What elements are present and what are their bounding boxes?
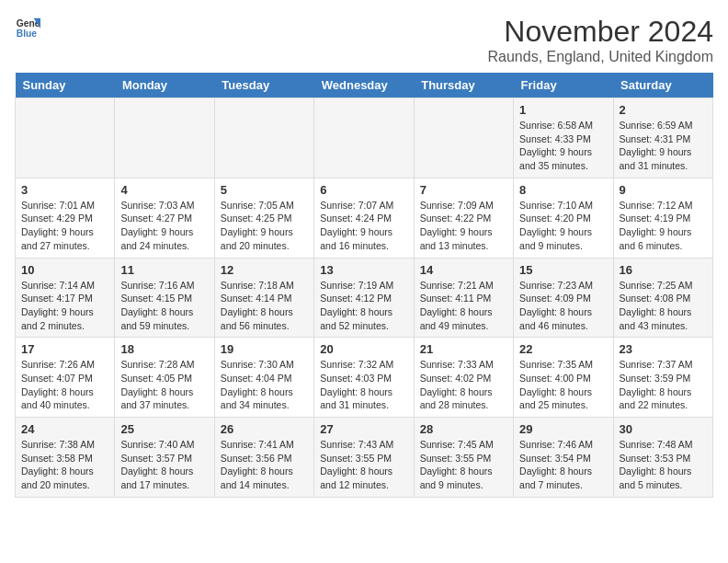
calendar-cell: 9Sunrise: 7:12 AM Sunset: 4:19 PM Daylig… — [613, 178, 712, 258]
day-number: 16 — [620, 263, 707, 277]
calendar-cell — [115, 98, 214, 178]
logo: General Blue — [15, 15, 40, 40]
day-number: 11 — [120, 263, 208, 277]
day-info: Sunrise: 7:41 AM Sunset: 3:56 PM Dayligh… — [221, 438, 308, 492]
day-number: 8 — [519, 183, 607, 197]
calendar-cell: 26Sunrise: 7:41 AM Sunset: 3:56 PM Dayli… — [214, 418, 313, 498]
calendar-cell: 11Sunrise: 7:16 AM Sunset: 4:15 PM Dayli… — [115, 258, 214, 338]
day-info: Sunrise: 7:09 AM Sunset: 4:22 PM Dayligh… — [420, 199, 507, 253]
calendar-cell — [414, 98, 513, 178]
calendar-cell: 18Sunrise: 7:28 AM Sunset: 4:05 PM Dayli… — [115, 338, 214, 418]
day-number: 24 — [21, 422, 108, 436]
day-number: 13 — [320, 263, 407, 277]
day-number: 28 — [420, 422, 507, 436]
day-info: Sunrise: 7:21 AM Sunset: 4:11 PM Dayligh… — [420, 279, 507, 333]
day-info: Sunrise: 7:30 AM Sunset: 4:04 PM Dayligh… — [221, 358, 308, 412]
day-info: Sunrise: 7:12 AM Sunset: 4:19 PM Dayligh… — [620, 199, 707, 253]
calendar-cell: 29Sunrise: 7:46 AM Sunset: 3:54 PM Dayli… — [514, 418, 613, 498]
day-number: 1 — [519, 103, 607, 117]
day-info: Sunrise: 6:58 AM Sunset: 4:33 PM Dayligh… — [519, 119, 607, 173]
weekday-header: Thursday — [414, 73, 513, 98]
day-info: Sunrise: 7:19 AM Sunset: 4:12 PM Dayligh… — [320, 279, 407, 333]
day-number: 21 — [420, 342, 507, 356]
day-number: 17 — [21, 342, 108, 356]
day-info: Sunrise: 7:45 AM Sunset: 3:55 PM Dayligh… — [420, 438, 507, 492]
day-info: Sunrise: 7:16 AM Sunset: 4:15 PM Dayligh… — [120, 279, 208, 333]
day-info: Sunrise: 7:40 AM Sunset: 3:57 PM Dayligh… — [120, 438, 208, 492]
day-info: Sunrise: 7:28 AM Sunset: 4:05 PM Dayligh… — [120, 358, 208, 412]
calendar-cell: 5Sunrise: 7:05 AM Sunset: 4:25 PM Daylig… — [214, 178, 313, 258]
calendar-cell: 27Sunrise: 7:43 AM Sunset: 3:55 PM Dayli… — [314, 418, 414, 498]
calendar-cell: 15Sunrise: 7:23 AM Sunset: 4:09 PM Dayli… — [514, 258, 613, 338]
calendar-week-row: 17Sunrise: 7:26 AM Sunset: 4:07 PM Dayli… — [16, 338, 713, 418]
calendar-cell: 23Sunrise: 7:37 AM Sunset: 3:59 PM Dayli… — [613, 338, 712, 418]
day-number: 15 — [519, 263, 607, 277]
calendar-week-row: 1Sunrise: 6:58 AM Sunset: 4:33 PM Daylig… — [16, 98, 713, 178]
day-number: 5 — [221, 183, 308, 197]
day-number: 3 — [21, 183, 108, 197]
weekday-header: Saturday — [613, 73, 712, 98]
calendar-cell: 14Sunrise: 7:21 AM Sunset: 4:11 PM Dayli… — [414, 258, 513, 338]
calendar-cell: 24Sunrise: 7:38 AM Sunset: 3:58 PM Dayli… — [16, 418, 115, 498]
logo-icon: General Blue — [15, 15, 40, 40]
day-number: 18 — [120, 342, 208, 356]
calendar-cell — [314, 98, 414, 178]
calendar-cell — [16, 98, 115, 178]
day-number: 20 — [320, 342, 407, 356]
day-info: Sunrise: 7:01 AM Sunset: 4:29 PM Dayligh… — [21, 199, 108, 253]
calendar-cell — [214, 98, 313, 178]
calendar-cell: 1Sunrise: 6:58 AM Sunset: 4:33 PM Daylig… — [514, 98, 613, 178]
calendar-cell: 17Sunrise: 7:26 AM Sunset: 4:07 PM Dayli… — [16, 338, 115, 418]
day-number: 26 — [221, 422, 308, 436]
month-title: November 2024 — [488, 15, 714, 49]
calendar-cell: 19Sunrise: 7:30 AM Sunset: 4:04 PM Dayli… — [214, 338, 313, 418]
weekday-header: Sunday — [16, 73, 115, 98]
day-info: Sunrise: 7:38 AM Sunset: 3:58 PM Dayligh… — [21, 438, 108, 492]
day-info: Sunrise: 7:46 AM Sunset: 3:54 PM Dayligh… — [519, 438, 607, 492]
calendar-cell: 20Sunrise: 7:32 AM Sunset: 4:03 PM Dayli… — [314, 338, 414, 418]
day-number: 4 — [120, 183, 208, 197]
day-info: Sunrise: 7:32 AM Sunset: 4:03 PM Dayligh… — [320, 358, 407, 412]
day-info: Sunrise: 7:25 AM Sunset: 4:08 PM Dayligh… — [620, 279, 707, 333]
day-info: Sunrise: 7:43 AM Sunset: 3:55 PM Dayligh… — [320, 438, 407, 492]
calendar-cell: 28Sunrise: 7:45 AM Sunset: 3:55 PM Dayli… — [414, 418, 513, 498]
weekday-header: Tuesday — [214, 73, 313, 98]
calendar-cell: 30Sunrise: 7:48 AM Sunset: 3:53 PM Dayli… — [613, 418, 712, 498]
day-info: Sunrise: 7:07 AM Sunset: 4:24 PM Dayligh… — [320, 199, 407, 253]
weekday-header-row: SundayMondayTuesdayWednesdayThursdayFrid… — [16, 73, 713, 98]
calendar-cell: 2Sunrise: 6:59 AM Sunset: 4:31 PM Daylig… — [613, 98, 712, 178]
day-number: 7 — [420, 183, 507, 197]
calendar-cell: 10Sunrise: 7:14 AM Sunset: 4:17 PM Dayli… — [16, 258, 115, 338]
day-info: Sunrise: 7:26 AM Sunset: 4:07 PM Dayligh… — [21, 358, 108, 412]
title-area: November 2024 Raunds, England, United Ki… — [488, 15, 714, 65]
calendar-cell: 22Sunrise: 7:35 AM Sunset: 4:00 PM Dayli… — [514, 338, 613, 418]
calendar-cell: 3Sunrise: 7:01 AM Sunset: 4:29 PM Daylig… — [16, 178, 115, 258]
day-info: Sunrise: 7:23 AM Sunset: 4:09 PM Dayligh… — [519, 279, 607, 333]
calendar-cell: 6Sunrise: 7:07 AM Sunset: 4:24 PM Daylig… — [314, 178, 414, 258]
calendar-table: SundayMondayTuesdayWednesdayThursdayFrid… — [15, 73, 713, 498]
day-number: 22 — [519, 342, 607, 356]
day-info: Sunrise: 7:18 AM Sunset: 4:14 PM Dayligh… — [221, 279, 308, 333]
weekday-header: Friday — [514, 73, 613, 98]
day-info: Sunrise: 7:05 AM Sunset: 4:25 PM Dayligh… — [221, 199, 308, 253]
calendar-cell: 21Sunrise: 7:33 AM Sunset: 4:02 PM Dayli… — [414, 338, 513, 418]
day-info: Sunrise: 7:14 AM Sunset: 4:17 PM Dayligh… — [21, 279, 108, 333]
calendar-week-row: 24Sunrise: 7:38 AM Sunset: 3:58 PM Dayli… — [16, 418, 713, 498]
day-info: Sunrise: 6:59 AM Sunset: 4:31 PM Dayligh… — [620, 119, 707, 173]
day-number: 25 — [120, 422, 208, 436]
day-number: 19 — [221, 342, 308, 356]
day-info: Sunrise: 7:48 AM Sunset: 3:53 PM Dayligh… — [620, 438, 707, 492]
day-info: Sunrise: 7:37 AM Sunset: 3:59 PM Dayligh… — [620, 358, 707, 412]
day-number: 2 — [620, 103, 707, 117]
day-number: 27 — [320, 422, 407, 436]
calendar-week-row: 10Sunrise: 7:14 AM Sunset: 4:17 PM Dayli… — [16, 258, 713, 338]
calendar-cell: 13Sunrise: 7:19 AM Sunset: 4:12 PM Dayli… — [314, 258, 414, 338]
weekday-header: Wednesday — [314, 73, 414, 98]
day-info: Sunrise: 7:33 AM Sunset: 4:02 PM Dayligh… — [420, 358, 507, 412]
calendar-cell: 7Sunrise: 7:09 AM Sunset: 4:22 PM Daylig… — [414, 178, 513, 258]
calendar-cell: 16Sunrise: 7:25 AM Sunset: 4:08 PM Dayli… — [613, 258, 712, 338]
calendar-cell: 8Sunrise: 7:10 AM Sunset: 4:20 PM Daylig… — [514, 178, 613, 258]
day-number: 29 — [519, 422, 607, 436]
location-title: Raunds, England, United Kingdom — [488, 49, 714, 65]
day-info: Sunrise: 7:35 AM Sunset: 4:00 PM Dayligh… — [519, 358, 607, 412]
